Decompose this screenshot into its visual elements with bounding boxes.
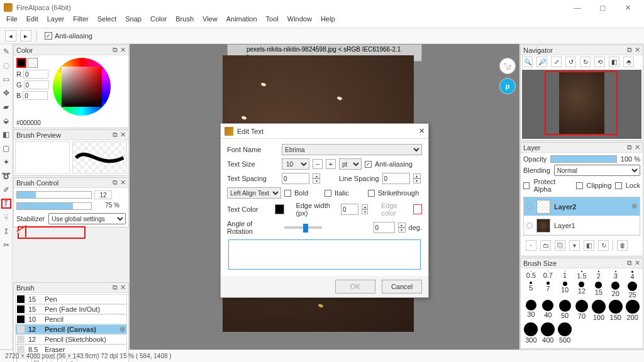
- italic-checkbox[interactable]: [325, 190, 331, 197]
- brush-size-cell[interactable]: 2: [591, 271, 606, 280]
- brush-size-cell[interactable]: 0.5: [523, 271, 539, 280]
- brush-size-cell[interactable]: 20: [608, 282, 623, 299]
- font-name-select[interactable]: Ebrima: [282, 144, 422, 155]
- brush-size-cell[interactable]: 70: [574, 300, 590, 321]
- menu-brush[interactable]: Brush: [175, 15, 194, 28]
- brush-size-cell[interactable]: 300: [523, 322, 539, 344]
- brush-item[interactable]: 15Pen (Fade In/Out): [15, 304, 127, 314]
- cancel-button[interactable]: Cancel: [382, 280, 422, 293]
- layer-button-6[interactable]: ↻: [598, 240, 609, 251]
- size-minus-button[interactable]: −: [313, 159, 323, 169]
- text-color-chip[interactable]: [275, 204, 284, 214]
- background-swatch[interactable]: [28, 58, 38, 68]
- spinner[interactable]: ▴▾: [398, 222, 406, 233]
- merge-down-button[interactable]: ▾: [569, 240, 580, 251]
- menu-view[interactable]: View: [203, 15, 218, 28]
- flip-h-button[interactable]: ◧: [609, 57, 619, 67]
- new-folder-button[interactable]: 🗀: [540, 240, 551, 251]
- undock-icon[interactable]: ⧉: [113, 178, 118, 187]
- brush-item[interactable]: 12Pencil (Canvas)✲: [15, 324, 127, 334]
- menu-layer[interactable]: Layer: [47, 15, 65, 28]
- align-select[interactable]: Left Align Text: [227, 187, 281, 199]
- visibility-icon[interactable]: [526, 222, 533, 229]
- layer-row[interactable]: Layer1: [524, 216, 640, 235]
- rotation-slider[interactable]: [284, 226, 322, 229]
- rotation-input[interactable]: [374, 222, 395, 233]
- clipping-checkbox[interactable]: [576, 182, 582, 189]
- spinner[interactable]: ▴▾: [362, 204, 368, 214]
- bold-checkbox[interactable]: [284, 190, 291, 197]
- bucket-tool[interactable]: ⬙: [1, 116, 11, 126]
- brush-size-cell[interactable]: 200: [625, 300, 640, 321]
- undock-icon[interactable]: ⧉: [113, 46, 118, 54]
- brush-size-cell[interactable]: 15: [591, 282, 606, 299]
- menu-help[interactable]: Help: [321, 15, 335, 28]
- undock-icon[interactable]: ⧉: [627, 143, 632, 151]
- brush-size-cell[interactable]: 1: [557, 271, 573, 280]
- brush-opacity-slider[interactable]: [16, 202, 92, 210]
- alpaca-icon[interactable]: 🦙: [499, 58, 516, 74]
- ok-button[interactable]: OK: [335, 280, 375, 293]
- rotate-ccw-button[interactable]: ↺: [565, 57, 576, 67]
- brush-size-cell[interactable]: 7: [540, 282, 556, 299]
- close-icon[interactable]: ✕: [120, 283, 126, 292]
- text-input-area[interactable]: [228, 239, 421, 270]
- p-icon[interactable]: p: [499, 78, 516, 94]
- text-tool[interactable]: T: [1, 199, 11, 209]
- brush-size-cell[interactable]: 1.5: [574, 271, 590, 280]
- size-plus-button[interactable]: +: [326, 159, 336, 169]
- brush-size-slider[interactable]: [16, 191, 92, 199]
- brush-item[interactable]: 12Pencil (Sketchbook): [15, 334, 127, 344]
- foreground-swatch[interactable]: [16, 58, 26, 68]
- undock-icon[interactable]: ⧉: [627, 46, 632, 54]
- brush-size-cell[interactable]: 12: [574, 282, 590, 299]
- color-wheel[interactable]: [53, 58, 111, 116]
- close-icon[interactable]: ✕: [120, 178, 126, 187]
- brush-size-cell[interactable]: 400: [540, 322, 556, 344]
- zoom-in-button[interactable]: 🔍: [522, 57, 533, 67]
- layer-row[interactable]: Layer2✲: [524, 197, 640, 216]
- navigator-view[interactable]: [522, 70, 641, 139]
- brush-size-cell[interactable]: 10: [557, 282, 573, 299]
- lock-checkbox[interactable]: [615, 182, 621, 189]
- menu-select[interactable]: Select: [97, 15, 117, 28]
- rotate-cw-button[interactable]: ↻: [580, 57, 591, 67]
- brush-size-cell[interactable]: 5: [523, 282, 539, 299]
- close-icon[interactable]: ✕: [635, 259, 640, 267]
- brush-item[interactable]: 10Pencil: [15, 314, 127, 324]
- undo-button[interactable]: ◂: [5, 30, 16, 41]
- brush-size-cell[interactable]: 100: [591, 300, 606, 321]
- menu-color[interactable]: Color: [150, 15, 167, 28]
- hex-value[interactable]: #000000: [14, 118, 128, 128]
- text-spacing-input[interactable]: [282, 173, 309, 184]
- menu-animation[interactable]: Animation: [226, 15, 257, 28]
- move-tool[interactable]: ✥: [1, 88, 11, 98]
- close-icon[interactable]: ✕: [635, 46, 640, 54]
- layer-button-5[interactable]: ◧: [584, 240, 594, 251]
- spinner[interactable]: ▴▾: [313, 173, 320, 184]
- blending-select[interactable]: Normal: [554, 165, 640, 176]
- brush-size-cell[interactable]: 40: [540, 300, 556, 321]
- brush-size-cell[interactable]: 4: [625, 271, 640, 280]
- brush-size-cell[interactable]: 3: [608, 271, 623, 280]
- brush-tool[interactable]: ✎: [1, 47, 11, 57]
- opacity-slider[interactable]: [550, 155, 617, 163]
- close-icon[interactable]: ✕: [120, 131, 126, 139]
- brush-size-cell[interactable]: 50: [557, 300, 573, 321]
- brush-size-value[interactable]: [94, 190, 112, 199]
- gear-icon[interactable]: ✲: [631, 202, 637, 211]
- hand-tool[interactable]: ☟: [1, 212, 11, 222]
- anti-aliasing-dialog-checkbox[interactable]: ✓: [365, 161, 372, 168]
- redo-button[interactable]: ▸: [20, 30, 31, 41]
- undock-icon[interactable]: ⧉: [113, 283, 118, 292]
- flip-v-button[interactable]: ⬘: [623, 57, 634, 67]
- menu-file[interactable]: File: [6, 15, 18, 28]
- undock-icon[interactable]: ⧉: [627, 259, 632, 267]
- text-size-select[interactable]: 10: [282, 158, 309, 170]
- protect-alpha-checkbox[interactable]: [523, 182, 530, 189]
- minimize-button[interactable]: —: [565, 4, 590, 11]
- dot-tool[interactable]: ◌: [1, 60, 11, 70]
- line-spacing-input[interactable]: [382, 173, 410, 184]
- delete-layer-button[interactable]: 🗑: [617, 240, 628, 251]
- zoom-fit-button[interactable]: ⤢: [551, 57, 562, 67]
